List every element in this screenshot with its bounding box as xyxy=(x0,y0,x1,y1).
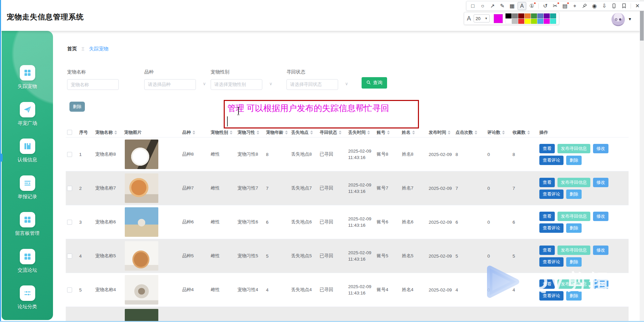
column-header-owner[interactable]: 姓名 xyxy=(400,129,427,136)
sort-caret-icon[interactable] xyxy=(527,130,530,135)
edit-button[interactable]: 修改 xyxy=(593,246,608,255)
gender-select[interactable]: 请选择宠物性别 xyxy=(211,79,262,90)
text-icon[interactable]: A xyxy=(518,2,526,10)
view-comments-button[interactable]: 查看评论 xyxy=(539,223,564,233)
column-header-age[interactable]: 宠物年龄 xyxy=(265,129,290,136)
column-header-status[interactable]: 寻回状态 xyxy=(318,129,347,136)
column-header-breed[interactable]: 品种 xyxy=(181,129,209,136)
view-comments-button[interactable]: 查看评论 xyxy=(539,257,564,267)
delete-button[interactable]: 删除 xyxy=(566,190,582,199)
select-all-checkbox[interactable] xyxy=(67,130,72,135)
sort-caret-icon[interactable] xyxy=(387,130,390,135)
palette-color-swatch[interactable] xyxy=(537,13,543,18)
search-button[interactable]: 查询 xyxy=(362,77,387,89)
view-button[interactable]: 查看 xyxy=(539,212,555,221)
palette-color-swatch[interactable] xyxy=(525,13,531,18)
row-checkbox[interactable] xyxy=(67,152,72,157)
view-comments-button[interactable]: 查看评论 xyxy=(539,291,564,301)
sidebar-collapse-tab[interactable] xyxy=(0,154,3,162)
column-header-clicks[interactable]: 点击次数 xyxy=(454,129,486,136)
publish-recovery-info-button[interactable]: 发布寻回信息 xyxy=(557,144,590,153)
view-button[interactable]: 查看 xyxy=(539,144,555,153)
column-header-gender[interactable]: 宠物性别 xyxy=(209,129,236,136)
view-button[interactable]: 查看 xyxy=(539,246,555,255)
column-header-lost_time[interactable]: 丢失时间 xyxy=(347,129,375,136)
palette-color-swatch[interactable] xyxy=(531,13,537,18)
batch-delete-button[interactable]: 删除 xyxy=(69,102,85,112)
row-checkbox[interactable] xyxy=(67,220,72,225)
sidebar-item-6[interactable]: 交流论坛 xyxy=(18,249,37,273)
sort-caret-icon[interactable] xyxy=(230,130,232,135)
gender-select-caret-icon[interactable]: ∨ xyxy=(269,81,272,86)
delete-button[interactable]: 删除 xyxy=(566,156,582,165)
breadcrumb-current-link[interactable]: 失踪宠物 xyxy=(89,46,109,51)
view-button[interactable]: 查看 xyxy=(539,279,555,289)
sort-caret-icon[interactable] xyxy=(339,130,341,135)
sidebar-item-3[interactable]: 认领信息 xyxy=(18,139,37,163)
edit-button[interactable]: 修改 xyxy=(593,178,608,187)
scrollbar-thumb[interactable] xyxy=(640,11,644,41)
palette-color-swatch[interactable] xyxy=(544,13,550,18)
user-avatar[interactable] xyxy=(611,13,625,26)
edit-button[interactable]: 修改 xyxy=(593,144,608,153)
status-select[interactable]: 请选择寻回状态 xyxy=(286,79,338,90)
delete-button[interactable]: 删除 xyxy=(566,291,582,301)
palette-color-swatch[interactable] xyxy=(537,19,543,24)
palette-color-swatch[interactable] xyxy=(550,13,556,18)
current-color-swatch[interactable] xyxy=(494,14,503,23)
delete-button[interactable]: 删除 xyxy=(566,223,582,233)
delete-button[interactable]: 删除 xyxy=(566,257,582,267)
undo-icon[interactable]: ↺ xyxy=(541,2,549,10)
pin-icon[interactable] xyxy=(580,2,589,10)
sort-caret-icon[interactable] xyxy=(114,130,117,135)
palette-color-swatch[interactable] xyxy=(531,19,537,24)
publish-recovery-info-button[interactable]: 发布寻回信息 xyxy=(557,178,590,187)
palette-color-swatch[interactable] xyxy=(550,19,556,24)
close-icon[interactable]: ✕ xyxy=(633,2,642,10)
rectangle-icon[interactable]: □ xyxy=(469,2,477,10)
pet-name-input[interactable] xyxy=(67,79,119,90)
breadcrumb-home-link[interactable]: 首页 xyxy=(67,46,77,51)
sort-caret-icon[interactable] xyxy=(310,130,313,135)
palette-color-swatch[interactable] xyxy=(505,19,512,24)
save-icon[interactable]: ⇩ xyxy=(600,2,608,10)
publish-recovery-info-button[interactable]: 发布寻回信息 xyxy=(557,246,590,255)
sort-caret-icon[interactable] xyxy=(412,130,415,135)
sort-caret-icon[interactable] xyxy=(367,130,370,135)
palette-color-swatch[interactable] xyxy=(525,19,531,24)
palette-color-swatch[interactable] xyxy=(518,13,524,18)
scroll-capture-icon[interactable]: ⌖ xyxy=(571,2,579,10)
sidebar-item-5[interactable]: 留言板管理 xyxy=(15,212,40,236)
sort-caret-icon[interactable] xyxy=(285,130,288,135)
sort-caret-icon[interactable] xyxy=(502,130,505,135)
publish-recovery-info-button[interactable]: 发布寻回信息 xyxy=(557,279,590,289)
user-menu-caret-icon[interactable]: ▼ xyxy=(628,17,632,21)
send-to-phone-icon[interactable] xyxy=(610,2,618,10)
palette-color-swatch[interactable] xyxy=(518,19,524,24)
view-comments-button[interactable]: 查看评论 xyxy=(539,156,564,165)
publish-recovery-info-button[interactable]: 发布寻回信息 xyxy=(557,212,590,221)
ocr-icon[interactable]: ▤ xyxy=(561,2,569,10)
sidebar-item-1[interactable]: 失踪宠物 xyxy=(18,65,37,90)
arrow-icon[interactable]: ↗ xyxy=(488,2,497,10)
column-header-publish_date[interactable]: 发布时间 xyxy=(427,129,454,136)
number-badge-icon[interactable]: ① xyxy=(528,2,536,10)
row-checkbox[interactable] xyxy=(67,186,72,191)
scrollbar[interactable] xyxy=(640,0,644,322)
palette-color-swatch[interactable] xyxy=(512,19,518,24)
pen-icon[interactable]: ✎ xyxy=(498,2,506,10)
palette-color-swatch[interactable] xyxy=(505,13,512,18)
column-header-name[interactable]: 宠物名称 xyxy=(94,129,123,136)
status-select-caret-icon[interactable]: ∨ xyxy=(345,81,348,86)
mosaic-icon[interactable]: ▦ xyxy=(508,2,516,10)
edit-button[interactable]: 修改 xyxy=(593,279,608,289)
sort-caret-icon[interactable] xyxy=(448,130,450,135)
sidebar-item-4[interactable]: 举报记录 xyxy=(18,175,37,200)
view-comments-button[interactable]: 查看评论 xyxy=(539,190,564,199)
column-header-favorites[interactable]: 收藏数 xyxy=(511,129,538,136)
row-checkbox[interactable] xyxy=(67,287,72,292)
sidebar-item-2[interactable]: 寻宠广场 xyxy=(18,102,37,126)
view-button[interactable]: 查看 xyxy=(539,178,555,187)
column-header-location[interactable]: 丢失地点 xyxy=(290,129,318,136)
sort-caret-icon[interactable] xyxy=(257,130,259,135)
